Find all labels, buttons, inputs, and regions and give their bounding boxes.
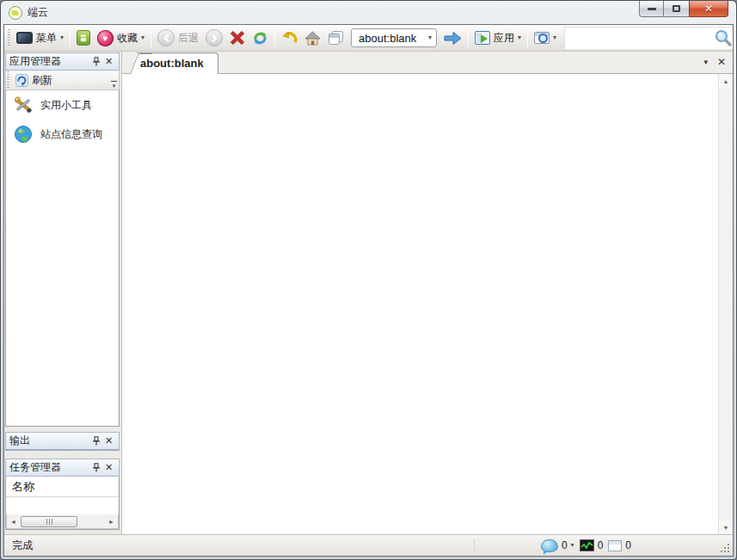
scroll-down-icon[interactable]: ▼ [719, 520, 733, 534]
pin-icon [92, 57, 101, 66]
activity-counter[interactable]: 0 [580, 539, 604, 551]
page-search-dropdown-icon: ▾ [553, 34, 556, 41]
status-counters: 0 ▾ 0 0 [541, 539, 631, 552]
search-button[interactable] [709, 28, 734, 49]
pin-button[interactable] [89, 434, 102, 447]
pin-button[interactable] [89, 461, 102, 474]
search-zone [564, 27, 734, 50]
apps-button[interactable]: 应用 ▾ [471, 29, 525, 47]
pages-icon [328, 30, 344, 46]
home-icon [304, 31, 321, 46]
task-manager-close-button[interactable]: ✕ [102, 461, 115, 474]
window-controls: ✕ [639, 1, 728, 17]
undo-button[interactable] [278, 29, 301, 47]
address-dropdown-icon[interactable]: ▾ [428, 34, 432, 41]
titlebar[interactable]: 端云 ✕ [1, 1, 736, 24]
page-search-button[interactable]: ▾ [531, 30, 560, 46]
resize-grip[interactable] [718, 541, 729, 552]
toolbar-separator [70, 28, 71, 47]
app-manager-close-button[interactable]: ✕ [102, 55, 115, 68]
address-combobox[interactable]: about:blank ▾ [351, 28, 437, 47]
output-close-button[interactable]: ✕ [102, 434, 115, 447]
tab-list-dropdown-icon[interactable]: ▾ [703, 58, 708, 66]
menu-button[interactable]: 菜单 ▾ [13, 29, 67, 47]
window-title: 端云 [28, 5, 48, 20]
vertical-scrollbar[interactable]: ▲ ▼ [718, 74, 733, 534]
go-button[interactable] [440, 29, 465, 47]
browser-viewport: ▲ ▼ [122, 74, 733, 534]
task-table-body[interactable] [6, 497, 119, 514]
home-button[interactable] [301, 29, 324, 47]
minimize-button[interactable] [639, 1, 664, 17]
horizontal-scrollbar[interactable]: ◄ ► [6, 514, 119, 529]
maximize-button[interactable] [664, 1, 689, 17]
go-arrow-icon [444, 31, 462, 46]
undo-icon [281, 31, 298, 46]
chat-counter[interactable]: 0 ▾ [541, 539, 574, 552]
search-icon [714, 28, 733, 47]
tabstrip-controls: ▾ ✕ [703, 52, 726, 71]
apps-dropdown-icon: ▾ [518, 34, 521, 41]
tab-about-blank[interactable]: about:blank [137, 52, 218, 74]
scrollbar-track[interactable] [20, 514, 105, 528]
blank-page[interactable] [122, 74, 718, 534]
address-value: about:blank [359, 32, 416, 45]
app-manager-panel: 应用管理器 ✕ [5, 52, 120, 427]
chat-icon [541, 539, 558, 552]
app-logo-icon [9, 6, 22, 20]
app-list: 实用小工具 站点信息查询 [5, 90, 120, 427]
panel-toolbar-grip[interactable] [7, 71, 9, 89]
task-column-header-name[interactable]: 名称 [6, 477, 119, 497]
pin-button[interactable] [89, 55, 102, 68]
overflow-chevron-icon: ▾ [113, 83, 116, 89]
list-item-utility-tools[interactable]: 实用小工具 [6, 90, 119, 120]
app-manager-header[interactable]: 应用管理器 ✕ [5, 52, 120, 71]
archive-button[interactable] [73, 28, 94, 47]
maximize-icon [673, 5, 680, 12]
activity-icon [580, 539, 594, 551]
task-manager-panel: 任务管理器 ✕ [5, 458, 120, 530]
sidebar: 应用管理器 ✕ [4, 52, 121, 534]
output-header[interactable]: 输出 ✕ [5, 432, 120, 450]
app-manager-title: 应用管理器 [9, 54, 61, 69]
toolbar-grip[interactable] [8, 29, 10, 46]
list-item-site-info[interactable]: 站点信息查询 [6, 120, 119, 149]
scroll-left-icon[interactable]: ◄ [7, 519, 20, 525]
cabinet-icon [77, 30, 90, 46]
refresh-apps-button[interactable]: 刷新 [12, 71, 56, 89]
refresh-small-icon [15, 74, 28, 87]
menu-label: 菜单 [36, 31, 57, 46]
favorites-dropdown-icon: ▾ [141, 34, 144, 41]
panel-toolbar-overflow-button[interactable]: ▾ [111, 81, 117, 89]
menu-dropdown-icon: ▾ [60, 34, 64, 41]
favorites-button[interactable]: ♥ 收藏 ▾ [94, 28, 148, 48]
task-manager-header[interactable]: 任务管理器 ✕ [5, 458, 120, 477]
chat-dropdown-icon[interactable]: ▾ [571, 542, 574, 549]
back-button[interactable]: 后退 [154, 28, 202, 48]
app-manager-toolbar: 刷新 ▾ [5, 71, 120, 90]
scroll-up-icon[interactable]: ▲ [719, 74, 733, 88]
output-box[interactable] [5, 450, 120, 451]
scrollbar-thumb[interactable] [21, 516, 77, 527]
client-area: 菜单 ▾ ♥ 收藏 ▾ 后退 [3, 24, 734, 557]
menu-icon [16, 32, 33, 44]
status-text: 完成 [12, 538, 33, 553]
close-window-button[interactable]: ✕ [689, 1, 728, 17]
forward-icon [206, 29, 223, 46]
close-icon: ✕ [105, 436, 113, 446]
stop-icon [230, 30, 245, 46]
scroll-right-icon[interactable]: ► [105, 519, 118, 525]
favorites-label: 收藏 [117, 31, 138, 46]
list-item-label: 实用小工具 [40, 98, 92, 113]
stop-button[interactable] [226, 28, 249, 47]
pages-button[interactable] [324, 28, 347, 47]
apps-label: 应用 [494, 31, 514, 46]
toolbar-separator [150, 28, 151, 47]
list-item-label: 站点信息查询 [40, 127, 102, 142]
refresh-button[interactable] [249, 28, 272, 48]
window-counter[interactable]: 0 [608, 539, 631, 551]
search-input[interactable] [565, 28, 709, 49]
status-bar: 完成 0 ▾ 0 0 [4, 534, 733, 556]
forward-button[interactable] [202, 28, 226, 48]
close-tab-icon[interactable]: ✕ [717, 57, 726, 67]
